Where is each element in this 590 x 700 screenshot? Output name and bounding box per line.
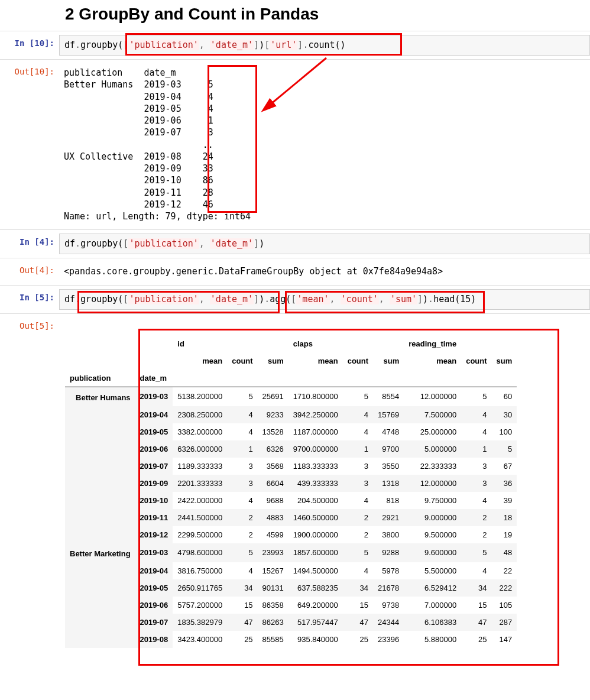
cell-value: 2441.500000 [173,509,227,526]
table-row: 2019-071835.3829794786263517.95744747243… [65,614,517,631]
code-cell-5: In [5]: df.groupby(['publication', 'date… [0,286,590,313]
cell-value: 7.500000 [404,406,461,423]
cell-value: 4 [461,423,491,440]
cell-value: 1710.800000 [288,387,343,406]
code-input[interactable]: df.groupby(['publication', 'date_m'])['u… [59,35,590,56]
cell-value: 15 [227,597,257,614]
cell-value: 6604 [258,475,288,492]
cell-value: 25.000000 [404,423,461,440]
cell-value: 5 [227,543,257,562]
group-label [65,526,135,543]
cell-value: 1835.382979 [173,614,227,631]
prompt-out: Out[10]: [0,63,59,226]
cell-value: 3 [227,475,257,492]
prompt-out: Out[5]: [0,317,59,330]
cell-value: 9700.000000 [288,440,343,458]
cell-value: 19 [492,526,517,543]
cell-value: 517.957447 [288,614,343,631]
cell-value: 4 [343,492,373,509]
cell-value: 22.333333 [404,458,461,475]
cell-value: 2 [461,509,491,526]
cell-value: 9.500000 [404,526,461,543]
cell-value: 30 [492,406,517,423]
table-row: 2019-052650.9117653490131637.58823534216… [65,579,517,597]
group-label [65,458,135,475]
index-datem: date_m [135,370,173,387]
cell-value: 147 [492,631,517,648]
cell-value: 5.500000 [404,562,461,579]
cell-value: 9700 [373,440,404,458]
index-publication: publication [65,370,135,387]
cell-value: 4883 [258,509,288,526]
cell-value: 60 [492,387,517,406]
row-date: 2019-04 [135,406,173,423]
cell-value: 2921 [373,509,404,526]
code-cell-10: In [10]: df.groupby(['publication', 'dat… [0,31,590,59]
code-input[interactable]: df.groupby(['publication', 'date_m']).ag… [59,289,590,310]
cell-value: 5 [343,543,373,562]
cell-value: 5 [227,387,257,406]
cell-value: 90131 [258,579,288,597]
cell-value: 6326.000000 [173,440,227,458]
cell-value: 1494.500000 [288,562,343,579]
cell-value: 1 [227,440,257,458]
cell-value: 47 [461,614,491,631]
cell-value: 23396 [373,631,404,648]
cell-value: 3382.000000 [173,423,227,440]
row-date: 2019-08 [135,631,173,648]
cell-value: 25691 [258,387,288,406]
code-cell-4: In [4]: df.groupby(['publication', 'date… [0,230,590,258]
cell-value: 2650.911765 [173,579,227,597]
table-row: 2019-043816.7500004152671494.50000045978… [65,562,517,579]
cell-value: 4798.600000 [173,543,227,562]
cell-value: 5 [461,387,491,406]
colgroup-claps: claps [288,335,343,352]
cell-value: 4 [343,423,373,440]
cell-value: 8554 [373,387,404,406]
table-row: Better Humans2019-035138.200000525691171… [65,387,517,406]
cell-value: 5 [343,387,373,406]
colgroup-readingtime: reading_time [404,335,461,352]
cell-value: 5138.200000 [173,387,227,406]
code-input[interactable]: df.groupby(['publication', 'date_m']) [59,234,590,254]
cell-value: 3942.250000 [288,406,343,423]
code-output: <pandas.core.groupby.generic.DataFrameGr… [59,262,590,281]
cell-value: 34 [343,579,373,597]
cell-value: 4748 [373,423,404,440]
table-row: 2019-042308.250000492333942.250000415769… [65,406,517,423]
cell-value: 3 [343,458,373,475]
cell-value: 105 [492,597,517,614]
cell-value: 9233 [258,406,288,423]
row-date: 2019-10 [135,492,173,509]
cell-value: 5978 [373,562,404,579]
cell-value: 222 [492,579,517,597]
cell-value: 9738 [373,597,404,614]
table-row: Better Marketing2019-034798.600000523993… [65,543,517,562]
cell-value: 86263 [258,614,288,631]
cell-value: 439.333333 [288,475,343,492]
table-row: 2019-122299.500000245991900.000000238009… [65,526,517,543]
cell-value: 2 [461,526,491,543]
cell-value: 12.000000 [404,387,461,406]
cell-value: 3550 [373,458,404,475]
cell-value: 2 [343,526,373,543]
cell-value: 1 [461,440,491,458]
group-label: Better Marketing [65,543,135,562]
cell-value: 9288 [373,543,404,562]
cell-value: 23993 [258,543,288,562]
code-output: publication date_m Better Humans 2019-03… [59,63,590,226]
cell-value: 3 [461,475,491,492]
table-row: 2019-102422.00000049688204.50000048189.7… [65,492,517,509]
cell-value: 9.000000 [404,509,461,526]
row-date: 2019-07 [135,458,173,475]
group-label: Better Humans [65,387,135,406]
prompt-out: Out[4]: [0,262,59,281]
cell-value: 4 [227,562,257,579]
cell-value: 47 [343,614,373,631]
dataframe-table: id claps reading_time mean count sum mea… [65,335,517,648]
output-cell-10: Out[10]: publication date_m Better Human… [0,60,590,229]
cell-value: 1900.000000 [288,526,343,543]
cell-value: 86358 [258,597,288,614]
group-label [65,406,135,423]
cell-value: 5757.200000 [173,597,227,614]
